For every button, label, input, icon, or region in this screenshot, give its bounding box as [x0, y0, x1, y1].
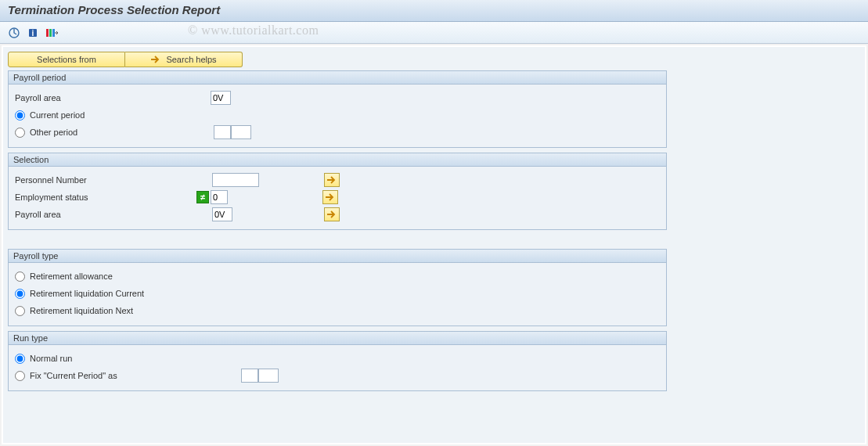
title-bar: Termination Process Selection Report — [0, 0, 868, 22]
group-header-selection: Selection — [9, 153, 666, 167]
action-button-row: Selections from Search helps — [8, 52, 860, 67]
toolbar: i © www.tutorialkart.com — [0, 22, 868, 44]
group-payroll-period: Payroll period Payroll area Current peri… — [8, 70, 667, 148]
svg-text:i: i — [32, 29, 34, 38]
retirement-liq-current-label: Retirement liquidation Current — [30, 289, 144, 298]
current-period-radio[interactable] — [15, 110, 25, 120]
normal-run-label: Normal run — [30, 354, 72, 363]
employment-status-label: Employment status — [15, 192, 196, 202]
form-area: Selections from Search helps Payroll per… — [2, 45, 866, 444]
other-period-from-input[interactable] — [214, 125, 231, 139]
arrow-right-icon — [327, 176, 337, 184]
variants-icon[interactable] — [44, 25, 59, 41]
personnel-number-multiselect-button[interactable] — [324, 173, 340, 187]
selections-from-label: Selections from — [37, 55, 96, 64]
arrow-right-icon — [327, 210, 337, 218]
payroll-area-label: Payroll area — [15, 93, 211, 103]
fix-current-period-to-input[interactable] — [258, 369, 279, 383]
svg-rect-5 — [52, 29, 55, 37]
info-icon[interactable]: i — [25, 25, 41, 41]
retirement-allowance-radio[interactable] — [15, 272, 25, 282]
fix-current-period-radio[interactable] — [15, 371, 25, 381]
group-header-payroll-type: Payroll type — [9, 250, 666, 263]
group-payroll-type: Payroll type Retirement allowance Retire… — [8, 249, 667, 326]
watermark: © www.tutorialkart.com — [188, 23, 319, 38]
arrow-right-icon — [150, 56, 161, 63]
svg-rect-3 — [46, 29, 49, 37]
page-title: Termination Process Selection Report — [8, 3, 860, 16]
other-period-radio[interactable] — [15, 128, 25, 138]
not-equal-icon[interactable]: ≠ — [196, 191, 209, 203]
fix-current-period-label: Fix "Current Period" as — [30, 371, 241, 380]
retirement-liq-next-label: Retirement liquidation Next — [30, 306, 133, 315]
arrow-right-icon — [326, 193, 335, 201]
employment-status-input[interactable] — [211, 190, 228, 204]
selections-from-button[interactable]: Selections from — [8, 52, 125, 67]
current-period-label: Current period — [30, 110, 85, 120]
employment-status-multiselect-button[interactable] — [322, 190, 338, 204]
payroll-area-input[interactable] — [211, 91, 231, 105]
personnel-number-label: Personnel Number — [15, 175, 212, 185]
fix-current-period-from-input[interactable] — [241, 369, 258, 383]
selection-payroll-area-input[interactable] — [212, 207, 232, 221]
group-selection: Selection Personnel Number Employment st… — [8, 153, 667, 230]
group-header-payroll-period: Payroll period — [9, 71, 666, 85]
retirement-liq-next-radio[interactable] — [15, 306, 25, 316]
selection-payroll-area-multiselect-button[interactable] — [324, 207, 340, 221]
execute-icon[interactable] — [6, 25, 22, 41]
search-helps-button[interactable]: Search helps — [125, 52, 243, 67]
normal-run-radio[interactable] — [15, 354, 25, 364]
selection-payroll-area-label: Payroll area — [15, 210, 212, 219]
group-run-type: Run type Normal run Fix "Current Period"… — [8, 331, 667, 391]
svg-rect-4 — [49, 29, 52, 37]
other-period-to-input[interactable] — [231, 125, 251, 139]
other-period-label: Other period — [30, 128, 214, 137]
search-helps-label: Search helps — [166, 55, 216, 64]
personnel-number-input[interactable] — [212, 173, 259, 187]
group-header-run-type: Run type — [9, 332, 666, 345]
retirement-allowance-label: Retirement allowance — [30, 272, 113, 281]
retirement-liq-current-radio[interactable] — [15, 289, 25, 299]
